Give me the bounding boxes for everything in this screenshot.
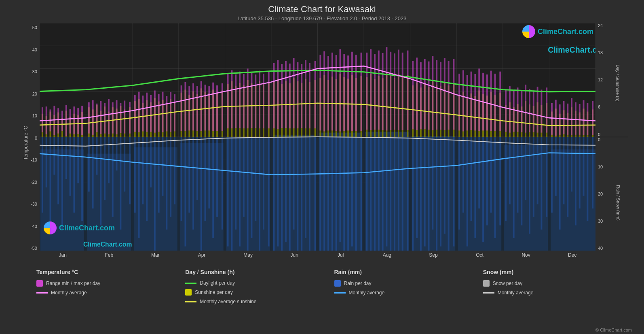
- svg-text:ClimeChart.com: ClimeChart.com: [83, 240, 132, 248]
- svg-rect-387: [394, 53, 395, 130]
- svg-rect-80: [212, 137, 214, 238]
- title-area: Climate Chart for Kawasaki Latitude 35.5…: [8, 4, 636, 21]
- svg-rect-125: [402, 137, 403, 251]
- svg-rect-405: [471, 72, 472, 130]
- svg-rect-135: [444, 137, 446, 234]
- svg-rect-39: [42, 137, 43, 213]
- svg-rect-316: [96, 104, 97, 132]
- legend-col-rain: Rain (mm) Rain per day Monthly average: [334, 269, 483, 325]
- chart-subtitle: Latitude 35.536 - Longitude 139.679 - El…: [8, 15, 636, 21]
- svg-rect-128: [416, 137, 418, 238]
- svg-rect-426: [559, 104, 561, 135]
- svg-rect-123: [394, 137, 395, 251]
- svg-rect-105: [319, 137, 321, 251]
- svg-rect-170: [592, 137, 593, 208]
- logo-circle-tr: [522, 25, 535, 38]
- svg-rect-75: [192, 137, 194, 230]
- svg-rect-61: [134, 137, 136, 213]
- svg-rect-132: [432, 137, 433, 230]
- svg-rect-81: [216, 137, 218, 217]
- svg-rect-99: [293, 137, 295, 230]
- watermark-text-tr: ClimeChart.com: [538, 28, 593, 36]
- svg-rect-168: [583, 137, 585, 196]
- svg-rect-56: [112, 137, 114, 217]
- svg-rect-319: [108, 99, 110, 134]
- svg-rect-149: [505, 137, 507, 221]
- svg-rect-421: [537, 87, 538, 132]
- svg-rect-375: [343, 54, 345, 131]
- svg-rect-394: [424, 59, 426, 129]
- svg-rect-399: [444, 58, 446, 130]
- svg-rect-77: [201, 137, 202, 251]
- svg-rect-129: [420, 137, 422, 251]
- svg-rect-371: [327, 56, 329, 130]
- legend-item-rain-day: Rain per day: [334, 280, 483, 287]
- svg-rect-52: [96, 137, 97, 175]
- legend-swatch-rain-avg: [334, 292, 346, 294]
- legend-title-sunshine: Day / Sunshine (h): [185, 269, 334, 275]
- svg-rect-427: [563, 101, 564, 134]
- svg-rect-163: [563, 137, 564, 204]
- y-axis-left-label: Temperature °C: [23, 126, 29, 160]
- svg-rect-116: [366, 137, 367, 251]
- svg-rect-100: [297, 137, 298, 251]
- svg-rect-137: [453, 137, 454, 247]
- legend-swatch-rain-day: [334, 280, 341, 287]
- svg-rect-131: [428, 137, 430, 251]
- x-label-apr: Apr: [179, 252, 225, 258]
- svg-rect-110: [340, 137, 341, 242]
- svg-rect-308: [61, 111, 63, 131]
- svg-rect-144: [482, 137, 484, 242]
- svg-rect-151: [513, 137, 515, 238]
- legend-item-snow-avg: Monthly average: [483, 290, 632, 296]
- svg-rect-38: [551, 149, 595, 251]
- svg-rect-155: [529, 137, 530, 234]
- svg-rect-59: [124, 137, 125, 191]
- svg-rect-127: [412, 137, 414, 251]
- svg-rect-368: [315, 61, 316, 129]
- svg-rect-58: [120, 137, 121, 230]
- legend-item-daylight: Daylight per day: [185, 280, 334, 286]
- svg-rect-425: [555, 100, 557, 135]
- logo-circle-bl: [44, 221, 57, 234]
- x-label-may: May: [225, 252, 271, 258]
- svg-rect-68: [162, 137, 164, 196]
- svg-rect-67: [158, 137, 160, 213]
- svg-rect-94: [273, 137, 275, 251]
- svg-rect-166: [575, 137, 576, 226]
- svg-rect-112: [347, 137, 349, 251]
- svg-rect-150: [509, 137, 511, 204]
- svg-rect-433: [587, 103, 588, 135]
- svg-rect-70: [170, 137, 171, 217]
- legend-swatch-snow-avg: [483, 292, 494, 294]
- svg-rect-47: [73, 137, 75, 213]
- svg-rect-393: [420, 62, 422, 129]
- legend-item-snow-day: Snow per day: [483, 280, 632, 287]
- svg-rect-57: [116, 137, 118, 170]
- svg-rect-303: [42, 107, 43, 132]
- svg-rect-73: [184, 137, 186, 247]
- svg-rect-167: [579, 137, 581, 208]
- svg-rect-154: [525, 137, 526, 200]
- svg-rect-380: [366, 53, 367, 130]
- svg-rect-342: [205, 85, 206, 130]
- x-label-dec: Dec: [549, 252, 595, 258]
- svg-rect-322: [120, 103, 121, 133]
- svg-rect-369: [319, 55, 321, 130]
- svg-rect-432: [583, 100, 585, 135]
- svg-rect-331: [158, 94, 160, 132]
- svg-rect-336: [181, 85, 182, 131]
- svg-rect-352: [247, 68, 249, 128]
- legend-swatch-daylight: [185, 283, 196, 284]
- svg-rect-164: [567, 137, 568, 217]
- svg-rect-307: [57, 108, 59, 133]
- svg-rect-148: [499, 137, 501, 226]
- svg-rect-104: [315, 137, 316, 251]
- svg-rect-355: [259, 71, 260, 129]
- svg-rect-311: [73, 106, 75, 134]
- svg-rect-344: [212, 83, 214, 131]
- svg-rect-42: [53, 137, 55, 175]
- svg-rect-64: [146, 137, 148, 221]
- svg-rect-108: [332, 137, 333, 251]
- svg-rect-328: [146, 93, 148, 132]
